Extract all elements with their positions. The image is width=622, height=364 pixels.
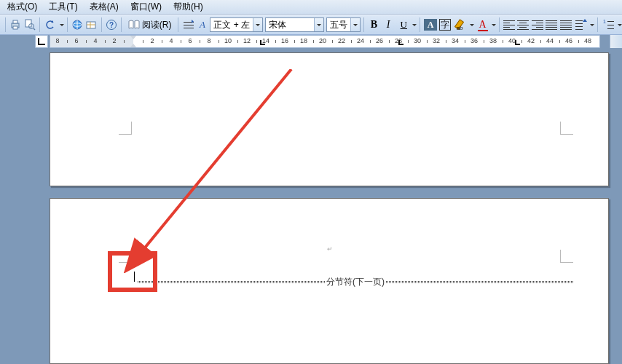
italic-button[interactable]: I <box>382 17 395 33</box>
ruler-label: 48 <box>584 37 591 44</box>
svg-rect-16 <box>184 28 194 28</box>
ruler-label: 6 <box>74 37 78 44</box>
font-combo[interactable]: 宋体 <box>265 17 324 32</box>
ruler-label: 38 <box>489 37 497 44</box>
menu-help[interactable]: 帮助(H) <box>168 0 209 15</box>
ruler-label: 36 <box>471 37 478 44</box>
toolbar: ? 阅读(R) A 正文 + 左 宋体 五号 B I U A 字 A <box>0 15 622 35</box>
ruler-label: 16 <box>281 37 288 44</box>
page-1[interactable] <box>50 52 609 186</box>
ruler-label: 20 <box>319 37 326 44</box>
hyperlink-icon[interactable] <box>71 17 84 33</box>
menu-tools[interactable]: 工具(T) <box>43 0 83 15</box>
style-combo[interactable]: 正文 + 左 <box>210 17 263 32</box>
ruler-label: 4 <box>169 37 173 44</box>
paragraph-mark-icon: ↵ <box>327 245 333 253</box>
align-right-button[interactable] <box>531 17 545 33</box>
underline-button[interactable]: U <box>395 17 417 33</box>
styles-icon[interactable]: A <box>196 17 210 33</box>
svg-rect-3 <box>25 20 31 27</box>
svg-rect-1 <box>13 20 17 23</box>
numbering-button[interactable] <box>601 17 622 33</box>
ruler-label: 6 <box>188 37 192 44</box>
ruler-label: 42 <box>527 37 535 44</box>
bold-button[interactable]: B <box>367 17 381 33</box>
ruler-label: 12 <box>243 37 251 44</box>
highlight-button[interactable] <box>453 17 474 33</box>
ruler-label: 22 <box>338 37 345 44</box>
ruler-label: 34 <box>452 37 459 44</box>
horizontal-ruler[interactable]: 8642246810121416182022242628303234363840… <box>50 35 600 48</box>
help-icon[interactable]: ? <box>104 17 118 33</box>
menu-format[interactable]: 格式(O) <box>1 0 43 15</box>
align-left-button[interactable] <box>502 17 516 33</box>
menu-table[interactable]: 表格(A) <box>84 0 125 15</box>
ruler-label: 18 <box>300 37 307 44</box>
undo-button[interactable] <box>43 17 64 33</box>
section-break-line: 分节符(下一页) <box>138 276 573 288</box>
ruler-label: 10 <box>224 37 232 44</box>
distributed-button[interactable] <box>559 17 573 33</box>
tables-borders-icon[interactable] <box>84 17 98 33</box>
print-icon[interactable] <box>9 17 23 33</box>
line-spacing-button[interactable] <box>573 17 594 33</box>
paragraph-mark-icon[interactable] <box>181 17 195 33</box>
reading-view-button[interactable]: 阅读(R) <box>125 17 176 33</box>
font-size-combo[interactable]: 五号 <box>326 17 361 32</box>
ruler-label: 46 <box>565 37 572 44</box>
ruler-label: 8 <box>207 37 210 44</box>
menu-window[interactable]: 窗口(W) <box>125 0 168 15</box>
char-border-button[interactable]: 字 <box>438 17 452 33</box>
ruler-label: 32 <box>433 37 440 44</box>
tab-selector[interactable] <box>35 35 48 48</box>
svg-rect-14 <box>184 25 194 25</box>
menu-bar: 格式(O) 工具(T) 表格(A) 窗口(W) 帮助(H) <box>0 0 622 15</box>
annotation-highlight-box <box>108 251 157 292</box>
ruler-label: 24 <box>357 37 364 44</box>
svg-text:?: ? <box>109 21 114 29</box>
justify-button[interactable] <box>545 17 559 33</box>
char-shading-button[interactable]: A <box>423 17 438 33</box>
ruler-label: 44 <box>546 37 554 44</box>
ruler-label: 4 <box>93 37 97 44</box>
ruler-label: 2 <box>150 37 154 44</box>
ruler-label: 26 <box>376 37 383 44</box>
svg-rect-2 <box>13 26 17 29</box>
ruler-label: 30 <box>414 37 421 44</box>
ruler-label: 2 <box>112 37 116 44</box>
svg-line-5 <box>34 28 35 30</box>
align-center-button[interactable] <box>516 17 530 33</box>
ruler-label: 8 <box>55 37 59 44</box>
print-preview-icon[interactable] <box>23 17 36 33</box>
font-color-button[interactable]: A <box>475 17 496 33</box>
